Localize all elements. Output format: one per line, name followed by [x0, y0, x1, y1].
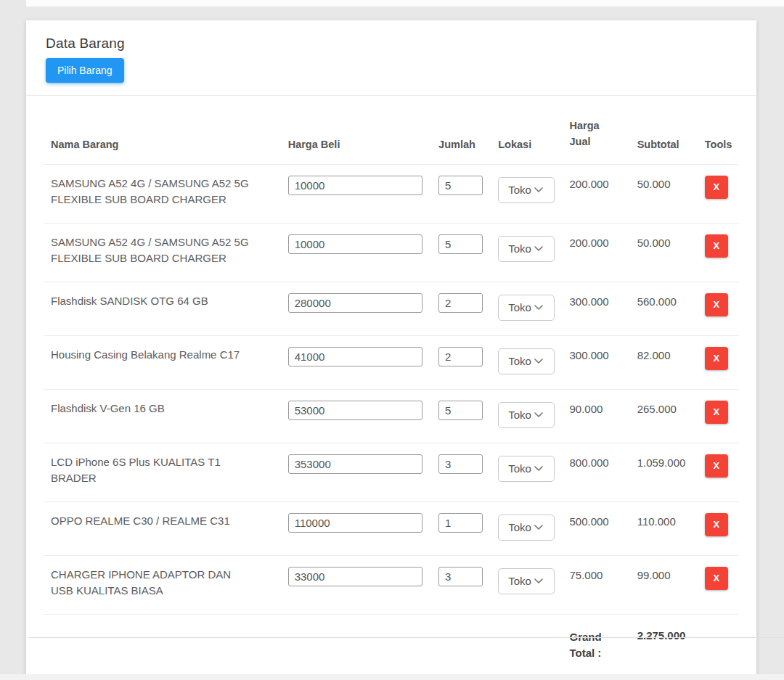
lokasi-select[interactable]: Toko: [498, 177, 555, 203]
harga-jual-value: 500.000: [569, 501, 637, 555]
item-name: SAMSUNG A52 4G / SAMSUNG A52 5G FLEXIBLE…: [44, 223, 288, 282]
delete-row-button[interactable]: X: [705, 347, 728, 370]
lokasi-cell: Toko: [498, 555, 569, 614]
top-card-edge: [26, 0, 784, 7]
header-jumlah: Jumlah: [438, 96, 498, 164]
harga-beli-cell: [288, 389, 438, 443]
harga-beli-cell: [288, 443, 438, 501]
harga-beli-input[interactable]: [288, 454, 422, 474]
items-table: Nama Barang Harga Beli Jumlah Lokasi Har…: [44, 96, 739, 676]
pilih-barang-button[interactable]: Pilih Barang: [46, 58, 124, 83]
jumlah-input[interactable]: [438, 401, 483, 420]
delete-row-button[interactable]: X: [705, 454, 728, 478]
chevron-down-icon: [534, 187, 543, 193]
lokasi-select[interactable]: Toko: [498, 348, 555, 374]
harga-beli-input[interactable]: [288, 347, 422, 366]
harga-beli-input[interactable]: [288, 567, 422, 586]
lokasi-select[interactable]: Toko: [498, 456, 555, 482]
jumlah-cell: [438, 223, 498, 282]
jumlah-input[interactable]: [438, 293, 483, 313]
grand-total-row: Grand Total :2.275.000: [44, 614, 739, 676]
tools-cell: X: [705, 389, 739, 443]
delete-row-button[interactable]: X: [705, 513, 728, 536]
harga-jual-value: 300.000: [569, 282, 637, 335]
tools-cell: X: [705, 282, 739, 335]
delete-row-button[interactable]: X: [705, 176, 728, 199]
jumlah-cell: [438, 443, 498, 501]
item-name: Flashdisk SANDISK OTG 64 GB: [44, 282, 288, 335]
harga-jual-value: 800.000: [569, 443, 637, 501]
chevron-down-icon: [534, 246, 543, 252]
jumlah-cell: [438, 164, 498, 223]
item-name: Flashdisk V-Gen 16 GB: [44, 389, 288, 443]
lokasi-select[interactable]: Toko: [498, 295, 555, 321]
jumlah-input[interactable]: [438, 176, 483, 195]
header-tools: Tools: [705, 96, 739, 164]
item-name: Housing Casing Belakang Realme C17: [44, 335, 288, 389]
item-name: CHARGER IPHONE ADAPTOR DAN USB KUALITAS …: [44, 555, 288, 614]
lokasi-cell: Toko: [498, 335, 569, 389]
tools-cell: X: [705, 335, 739, 389]
subtotal-value: 265.000: [637, 389, 705, 443]
delete-row-button[interactable]: X: [705, 234, 728, 258]
table-row: SAMSUNG A52 4G / SAMSUNG A52 5G FLEXIBLE…: [44, 223, 739, 282]
lokasi-select[interactable]: Toko: [498, 236, 555, 262]
header-lokasi: Lokasi: [498, 96, 569, 164]
grand-total-value: 2.275.000: [637, 629, 686, 642]
harga-jual-value: 75.000: [569, 555, 637, 614]
harga-beli-cell: [288, 335, 438, 389]
lokasi-select[interactable]: Toko: [498, 515, 555, 541]
header-harga-jual: Harga Jual: [569, 96, 637, 164]
tools-cell: X: [705, 164, 739, 223]
subtotal-value: 1.059.000: [637, 443, 705, 501]
data-barang-card: Data Barang Pilih Barang Nama Barang Har…: [26, 20, 756, 680]
table-row: OPPO REALME C30 / REALME C31 Toko 500.00…: [44, 501, 739, 555]
jumlah-input[interactable]: [438, 234, 483, 254]
lokasi-selected-value: Toko: [508, 242, 532, 255]
header-subtotal: Subtotal: [637, 96, 705, 164]
lokasi-selected-value: Toko: [508, 575, 532, 587]
subtotal-value: 560.000: [637, 282, 705, 335]
table-row: SAMSUNG A52 4G / SAMSUNG A52 5G FLEXIBLE…: [44, 164, 739, 223]
harga-beli-input[interactable]: [288, 513, 422, 533]
jumlah-input[interactable]: [438, 347, 483, 366]
harga-beli-input[interactable]: [288, 401, 422, 420]
harga-beli-cell: [288, 282, 438, 335]
delete-row-button[interactable]: X: [705, 293, 728, 316]
jumlah-input[interactable]: [438, 454, 483, 474]
item-name: LCD iPhone 6S Plus KUALITAS T1 BRADER: [44, 443, 288, 501]
lokasi-selected-value: Toko: [508, 301, 532, 314]
subtotal-value: 50.000: [637, 223, 705, 282]
item-name: SAMSUNG A52 4G / SAMSUNG A52 5G FLEXIBLE…: [44, 164, 288, 223]
chevron-down-icon: [534, 305, 543, 311]
table-body: SAMSUNG A52 4G / SAMSUNG A52 5G FLEXIBLE…: [44, 164, 739, 676]
jumlah-cell: [438, 555, 498, 614]
lokasi-select[interactable]: Toko: [498, 402, 555, 428]
delete-row-button[interactable]: X: [705, 567, 728, 590]
jumlah-input[interactable]: [438, 567, 483, 586]
lokasi-selected-value: Toko: [508, 409, 532, 421]
lokasi-cell: Toko: [498, 282, 569, 335]
lokasi-select[interactable]: Toko: [498, 568, 555, 594]
jumlah-input[interactable]: [438, 513, 483, 533]
harga-beli-input[interactable]: [288, 234, 422, 254]
subtotal-value: 110.000: [637, 501, 705, 555]
harga-beli-cell: [288, 501, 438, 555]
harga-beli-cell: [288, 555, 438, 614]
delete-row-button[interactable]: X: [705, 401, 728, 424]
harga-beli-cell: [288, 223, 438, 282]
harga-beli-input[interactable]: [288, 293, 422, 313]
harga-beli-input[interactable]: [288, 176, 422, 195]
lokasi-cell: Toko: [498, 443, 569, 501]
card-header: Data Barang Pilih Barang: [26, 20, 756, 96]
grand-total-label: Grand Total :: [569, 629, 610, 662]
tools-cell: X: [705, 223, 739, 282]
items-table-container: Nama Barang Harga Beli Jumlah Lokasi Har…: [26, 96, 756, 680]
lokasi-cell: Toko: [498, 223, 569, 282]
jumlah-cell: [438, 335, 498, 389]
lokasi-cell: Toko: [498, 389, 569, 443]
chevron-down-icon: [534, 412, 543, 418]
jumlah-cell: [438, 282, 498, 335]
jumlah-cell: [438, 501, 498, 555]
tools-cell: X: [705, 501, 739, 555]
